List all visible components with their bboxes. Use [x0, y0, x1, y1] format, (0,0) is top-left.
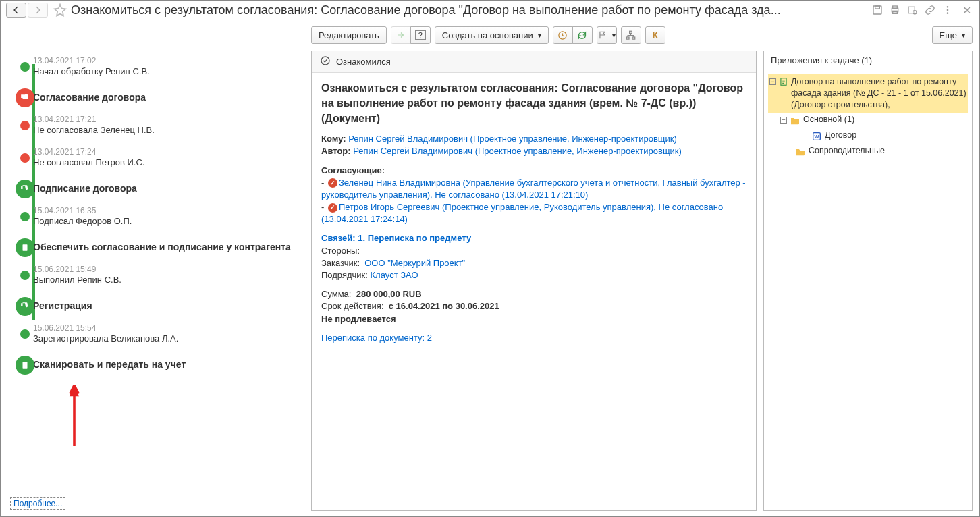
print-icon[interactable] [890, 5, 900, 16]
timeline-stage: Согласование договора [33, 88, 304, 103]
svg-rect-11 [630, 31, 632, 33]
to-person-link[interactable]: Репин Сергей Владимирович (Проектное упр… [348, 134, 677, 144]
more-button[interactable]: Еще [932, 26, 973, 44]
timeline-stage: Обеспечить согласование и подписание у к… [33, 238, 304, 252]
back-button[interactable] [6, 3, 26, 18]
save-icon[interactable] [872, 5, 883, 16]
red-arrow-annotation [68, 382, 80, 450]
svg-point-7 [947, 6, 949, 8]
svg-rect-5 [908, 7, 915, 13]
timeline-date: 13.04.2021 17:24 [33, 147, 304, 157]
close-button[interactable]: ✕ [960, 4, 974, 17]
timeline-stage: Регистрация [33, 297, 304, 311]
timeline-stage: Сканировать и передать на учет [33, 356, 304, 370]
collapse-icon[interactable]: − [780, 117, 787, 124]
author-link[interactable]: Репин Сергей Владимирович (Проектное упр… [353, 146, 682, 156]
reject-icon [328, 178, 337, 188]
edit-button[interactable]: Редактировать [311, 26, 387, 44]
star-icon[interactable] [53, 3, 67, 17]
timeline-date: 15.06.2021 15:54 [33, 323, 304, 333]
more-menu-icon[interactable] [942, 5, 953, 16]
collapse-icon[interactable]: − [769, 78, 776, 85]
clock-button[interactable] [553, 26, 573, 44]
term-value: с 16.04.2021 по 30.06.2021 [389, 301, 499, 311]
folder-icon [790, 115, 800, 126]
svg-rect-15 [23, 362, 28, 368]
svg-text:W: W [815, 134, 819, 140]
svg-rect-12 [626, 37, 629, 39]
timeline-stage: Подписание договора [33, 180, 304, 194]
svg-rect-14 [23, 244, 28, 250]
doc-stage-icon [16, 356, 34, 375]
thumb-up-icon [16, 180, 34, 198]
check-circle-icon [320, 55, 331, 68]
folder-main[interactable]: − Основной (1) [768, 113, 968, 128]
task-status: Ознакомился [336, 57, 391, 67]
timeline-date: 13.04.2021 17:21 [33, 115, 304, 124]
flag-button[interactable] [597, 26, 617, 44]
hierarchy-button[interactable] [621, 26, 641, 44]
links-link[interactable]: Связей: 1. Переписка по предмету [321, 233, 471, 243]
svg-rect-0 [873, 6, 881, 14]
approver-link[interactable]: Петров Игорь Сергеевич (Проектное управл… [321, 202, 723, 224]
svg-point-9 [947, 12, 949, 14]
timeline-text: Подписал Федоров О.П. [33, 216, 304, 226]
document-icon [779, 77, 788, 86]
timeline-text: Выполнил Репин С.В. [33, 275, 304, 285]
link-icon[interactable] [925, 5, 935, 16]
timeline-date: 13.04.2021 17:02 [33, 56, 304, 65]
file-contract[interactable]: W Договор [768, 128, 968, 144]
task-details: Ознакомиться с результатом согласования:… [312, 73, 756, 351]
svg-point-16 [321, 57, 329, 65]
timeline-text: Начал обработку Репин С.В. [33, 66, 304, 76]
customer-link[interactable]: ООО "Меркурий Проект" [364, 258, 465, 268]
svg-point-8 [947, 9, 949, 11]
create-based-on-button[interactable]: Создать на основании [435, 26, 549, 44]
task-heading: Ознакомиться с результатом согласования:… [321, 81, 746, 126]
forward-button[interactable] [28, 3, 48, 18]
k-button[interactable]: К [645, 26, 665, 44]
correspondence-link[interactable]: Переписка по документу: 2 [321, 333, 432, 343]
contractor-link[interactable]: Клауст ЗАО [371, 270, 418, 280]
approver-link[interactable]: Зеленец Нина Владимировна (Управление бу… [321, 178, 746, 200]
process-timeline: 13.04.2021 17:02Начал обработку Репин С.… [7, 51, 304, 370]
reject-icon [328, 203, 337, 213]
forward-action-button[interactable] [391, 26, 411, 44]
thumb-down-icon [16, 88, 34, 107]
sum-value: 280 000,00 RUB [356, 289, 422, 299]
doc-stage-icon [16, 238, 34, 257]
thumb-up-icon [16, 297, 34, 316]
timeline-text: Не согласовал Петров И.С. [33, 157, 304, 167]
svg-rect-13 [632, 37, 635, 39]
attachment-document[interactable]: − Договор на выполнение работ по ремонту… [768, 74, 968, 113]
timeline-date: 15.04.2021 16:35 [33, 206, 304, 215]
timeline-text: Не согласовала Зеленец Н.В. [33, 125, 304, 135]
word-file-icon: W [811, 131, 822, 142]
timeline-date: 15.06.2021 15:49 [33, 265, 304, 274]
details-link[interactable]: Подробнее... [10, 497, 65, 510]
timeline-text: Зарегистрировала Великанова Л.А. [33, 333, 304, 344]
attachments-header: Приложения к задаче (1) [764, 51, 972, 70]
folder-icon [795, 146, 806, 157]
folder-accompanying[interactable]: Сопроводительные [768, 144, 968, 159]
preview-icon[interactable] [907, 5, 918, 16]
svg-rect-3 [893, 6, 898, 8]
page-title: Ознакомиться с результатом согласования:… [71, 3, 865, 18]
help-button[interactable]: ? [410, 26, 431, 44]
svg-rect-1 [875, 6, 880, 9]
refresh-button[interactable] [572, 26, 593, 44]
